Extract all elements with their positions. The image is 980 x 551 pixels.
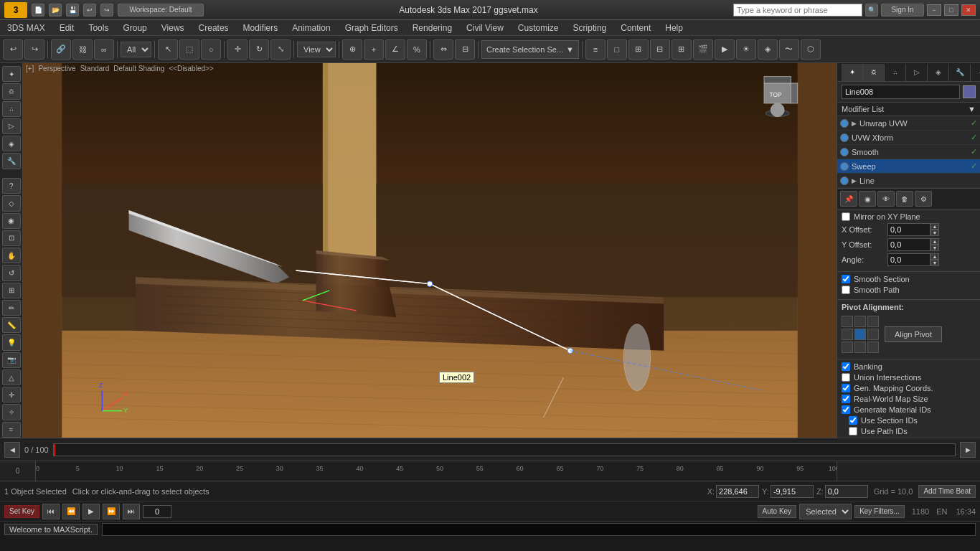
helpers-tool[interactable]: ✛ — [2, 387, 21, 402]
menu-create[interactable]: Creates — [192, 20, 236, 35]
create-selection-button[interactable]: Create Selection Se... ▼ — [481, 40, 579, 59]
current-frame-input[interactable] — [143, 505, 171, 518]
gen-mapping-checkbox[interactable] — [842, 384, 850, 392]
light-tool[interactable]: 💡 — [2, 334, 21, 350]
tab-modify[interactable]: ⛭ — [863, 64, 885, 81]
modifier-eye-sweep[interactable] — [840, 162, 849, 171]
pivot-tl[interactable] — [842, 316, 853, 327]
modifier-smooth[interactable]: Smooth ✓ — [837, 145, 980, 159]
y-offset-input[interactable] — [887, 238, 930, 251]
real-world-label[interactable]: Real-World Map Size — [854, 395, 928, 403]
select-region-tool[interactable]: ⬚ — [179, 39, 199, 60]
select-obj-tool[interactable]: ◉ — [2, 213, 21, 229]
z-coord-input[interactable] — [825, 485, 868, 498]
smooth-path-label[interactable]: Smooth Path — [854, 286, 900, 294]
x-offset-spin-down[interactable]: ▼ — [930, 230, 939, 236]
maxscript-input[interactable] — [102, 523, 976, 536]
next-frame-button[interactable]: ⏩ — [103, 504, 120, 519]
particles-tool[interactable]: ✧ — [2, 404, 21, 420]
new-button[interactable]: 📄 — [32, 4, 44, 17]
menu-group[interactable]: Group — [116, 20, 154, 35]
timeline-scrubber[interactable] — [53, 443, 956, 456]
bind-tool[interactable]: ∞ — [94, 39, 114, 60]
modifier-expand-arrow[interactable]: ▶ — [852, 120, 857, 127]
menu-graph-editors[interactable]: Graph Editors — [338, 20, 405, 35]
align-tool[interactable]: ⊟ — [455, 39, 475, 60]
measure-tool[interactable]: 📏 — [2, 317, 21, 333]
viewport-plus-icon[interactable]: [+] — [26, 65, 34, 72]
utilities-tool[interactable]: 🔧 — [2, 153, 21, 169]
use-section-label[interactable]: Use Section IDs — [861, 416, 918, 425]
key-mode-dropdown[interactable]: Selected — [799, 504, 852, 519]
auto-key-button[interactable]: Auto Key — [758, 505, 797, 518]
pivot-br[interactable] — [867, 342, 879, 353]
angle-snap-tool[interactable]: ∠ — [385, 39, 405, 60]
zoom-extents-tool[interactable]: ⊡ — [2, 230, 21, 246]
menu-help[interactable]: Help — [658, 20, 690, 35]
menu-content[interactable]: Content — [613, 20, 658, 35]
mod-delete-button[interactable]: 🗑 — [896, 191, 913, 207]
modify-tool[interactable]: ⛭ — [2, 83, 21, 99]
pan-tool[interactable]: ✋ — [2, 248, 21, 263]
hierarchy-tool[interactable]: ⛬ — [2, 101, 21, 117]
menu-civil-view[interactable]: Civil View — [459, 20, 511, 35]
pivot-mr[interactable] — [867, 329, 879, 340]
mirror-tool[interactable]: ⇔ — [433, 39, 453, 60]
motion-tool[interactable]: ▷ — [2, 118, 21, 134]
pivot-bc[interactable] — [854, 342, 866, 353]
tab-motion[interactable]: ▷ — [906, 64, 928, 81]
env-tool[interactable]: ☀ — [736, 39, 756, 60]
angle-spin-down[interactable]: ▼ — [930, 260, 939, 266]
curve-editor-tool[interactable]: 〜 — [779, 39, 799, 60]
search-icon[interactable]: 🔍 — [865, 4, 878, 17]
go-to-end-button[interactable]: ⏭ — [123, 504, 140, 519]
maximize-vp-tool[interactable]: ⊞ — [2, 283, 21, 298]
x-offset-spin-up[interactable]: ▲ — [930, 223, 939, 230]
prev-frame-button[interactable]: ⏪ — [62, 504, 80, 519]
modifier-eye-unwrap[interactable] — [840, 119, 849, 128]
modifier-uvw-xform[interactable]: UVW Xform ✓ — [837, 131, 980, 145]
mod-active-button[interactable]: ◉ — [859, 191, 876, 207]
render-tool[interactable]: ▶ — [715, 39, 735, 60]
more-tool-1[interactable]: ⊞ — [628, 39, 649, 60]
camera-tool[interactable]: 📷 — [2, 352, 21, 368]
real-world-checkbox[interactable] — [842, 395, 850, 403]
union-intersections-checkbox[interactable] — [842, 373, 850, 382]
viewport-disabled[interactable]: <<Disabled>> — [169, 65, 213, 72]
play-button[interactable]: ▶ — [83, 504, 100, 519]
gen-mapping-label[interactable]: Gen. Mapping Coords. — [854, 384, 933, 392]
select-filter-dropdown[interactable]: All — [121, 42, 151, 57]
modifier-eye-line[interactable] — [840, 176, 849, 185]
paint-tool[interactable]: ✏ — [2, 300, 21, 316]
union-intersections-label[interactable]: Union Intersections — [854, 373, 921, 382]
use-path-checkbox[interactable] — [849, 427, 857, 435]
tab-utilities[interactable]: 🔧 — [949, 64, 971, 81]
pivot-mc[interactable] — [854, 329, 866, 340]
scale-tool[interactable]: ⤡ — [270, 39, 291, 60]
mod-show-button[interactable]: 👁 — [877, 191, 895, 207]
sub-object-tool[interactable]: ◇ — [2, 195, 21, 211]
save-button[interactable]: 💾 — [66, 4, 79, 17]
unlink-tool[interactable]: ⛓ — [72, 39, 93, 60]
smooth-path-checkbox[interactable] — [842, 286, 850, 294]
schematic-tool[interactable]: ⬡ — [801, 39, 821, 60]
percent-snap-tool[interactable]: % — [407, 39, 427, 60]
orbit-tool[interactable]: ↺ — [2, 265, 21, 281]
y-coord-input[interactable] — [771, 485, 814, 498]
view-dropdown[interactable]: View — [297, 42, 336, 57]
modifier-eye-uvwxform[interactable] — [840, 133, 849, 142]
banking-label[interactable]: Banking — [854, 362, 882, 371]
redo-button[interactable]: ↪ — [100, 4, 113, 17]
object-color-swatch[interactable] — [963, 85, 976, 98]
maximize-button[interactable]: □ — [944, 4, 958, 16]
mod-config-button[interactable]: ⚙ — [915, 191, 932, 207]
angle-spin-up[interactable]: ▲ — [930, 253, 939, 260]
menu-animation[interactable]: Animation — [285, 20, 337, 35]
modifier-list-label[interactable]: Modifier List ▼ — [837, 103, 980, 116]
mirror-xy-checkbox[interactable] — [842, 212, 850, 221]
modifier-eye-smooth[interactable] — [840, 148, 849, 156]
menu-3dsmax[interactable]: 3DS MAX — [0, 20, 52, 35]
x-offset-input[interactable] — [887, 223, 930, 236]
track-ruler[interactable]: 0 5 10 15 20 25 30 35 40 45 50 55 60 65 … — [36, 461, 837, 481]
more-tool-2[interactable]: ⊟ — [650, 39, 670, 60]
